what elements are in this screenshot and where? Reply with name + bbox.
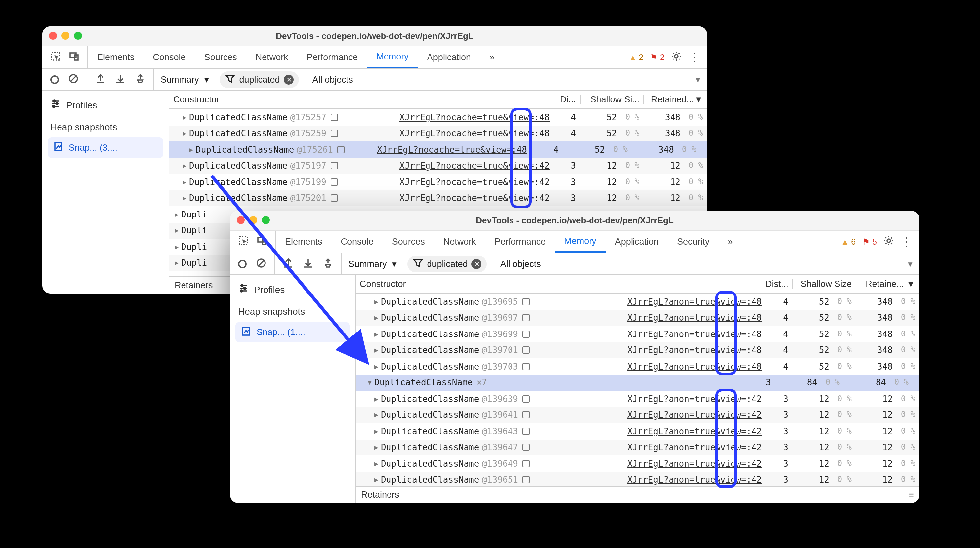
col-constructor[interactable]: Constructor [356,279,762,289]
view-select[interactable]: Summary▾ [154,74,216,84]
device-icon[interactable] [256,235,267,248]
disclosure-triangle[interactable]: ▶ [374,395,381,403]
clear-icon[interactable] [256,257,266,270]
col-shallow[interactable]: Shallow Size [792,279,856,289]
source-link[interactable]: XJrrEgL?anon=true&view=:42 [627,459,762,469]
object-icon[interactable] [330,162,337,170]
source-link[interactable]: XJrrEgL?anon=true&view=:48 [627,362,762,372]
errors-badge[interactable]: ⚑5 [862,237,877,246]
object-icon[interactable] [522,363,529,370]
export-icon[interactable] [95,73,106,86]
source-link[interactable]: XJrrEgL?anon=true&view=:42 [627,410,762,420]
view-select[interactable]: Summary▾ [342,259,403,269]
col-retained[interactable]: Retaine... ▼ [856,279,919,289]
chevron-down-icon[interactable]: ▾ [908,259,919,269]
kebab-icon[interactable]: ⋮ [900,234,913,249]
disclosure-triangle[interactable]: ▶ [374,315,381,322]
tab-performance[interactable]: Performance [298,46,368,68]
settings-icon[interactable] [883,235,894,248]
col-distance[interactable]: Di... [549,95,580,105]
import-icon[interactable] [303,257,313,270]
tab-sources[interactable]: Sources [195,46,246,68]
object-icon[interactable] [522,476,529,484]
zoom-dot[interactable] [262,216,270,224]
grip-icon[interactable]: ≡ [908,490,914,500]
object-icon[interactable] [522,395,529,403]
inspect-icon[interactable] [50,51,61,64]
col-constructor[interactable]: Constructor [169,95,549,105]
source-link[interactable]: XJrrEgL?anon=true&view=:48 [627,297,762,307]
object-icon[interactable] [330,195,337,202]
tab-elements[interactable]: Elements [88,46,144,68]
table-row[interactable]: ▼ DuplicatedClassName×7 3 840 % 840 % [356,375,919,391]
table-row[interactable]: ▶ DuplicatedClassName@139695XJrrEgL?anon… [356,294,919,310]
table-row[interactable]: ▶ DuplicatedClassName@175199XJrrEgL?noca… [169,174,707,190]
disclosure-triangle[interactable]: ▶ [175,211,181,218]
source-link[interactable]: XJrrEgL?anon=true&view=:48 [627,313,762,323]
table-row[interactable]: ▶ DuplicatedClassName@139643XJrrEgL?anon… [356,423,919,439]
snapshot-item[interactable]: Snap... (1.... [235,322,350,342]
tab-elements[interactable]: Elements [276,231,332,253]
disclosure-triangle[interactable]: ▶ [175,243,181,251]
disclosure-triangle[interactable]: ▶ [374,298,381,305]
sidebar-profiles[interactable]: Profiles [230,279,355,299]
source-link[interactable]: XJrrEgL?anon=true&view=:48 [627,345,762,355]
object-icon[interactable] [522,315,529,322]
warnings-badge[interactable]: ▲2 [628,52,643,62]
objects-select[interactable]: All objects [494,259,547,269]
source-link[interactable]: XJrrEgL?nocache=true&view=:48 [399,113,549,122]
source-link[interactable]: XJrrEgL?anon=true&view=:48 [627,329,762,339]
table-row[interactable]: ▶ DuplicatedClassName@175261XJrrEgL?noca… [169,141,707,158]
disclosure-triangle[interactable]: ▶ [175,227,181,234]
tabs-overflow[interactable]: » [480,46,504,68]
disclosure-triangle[interactable]: ▶ [374,428,381,435]
object-icon[interactable] [330,130,337,137]
object-icon[interactable] [522,347,529,354]
disclosure-triangle[interactable]: ▶ [189,146,196,153]
tab-memory[interactable]: Memory [367,46,418,68]
clear-filter-icon[interactable]: ✕ [472,259,482,269]
tab-console[interactable]: Console [144,46,195,68]
table-row[interactable]: ▶ DuplicatedClassName@139697XJrrEgL?anon… [356,310,919,326]
table-row[interactable]: ▶ DuplicatedClassName@175201XJrrEgL?noca… [169,190,707,206]
table-row[interactable]: ▶ DuplicatedClassName@175259XJrrEgL?noca… [169,125,707,141]
source-link[interactable]: XJrrEgL?nocache=true&view=:48 [399,129,549,138]
object-icon[interactable] [522,298,529,305]
retainers-pane[interactable]: Retainers ≡ [356,486,919,503]
object-icon[interactable] [330,114,337,121]
record-icon[interactable] [238,259,247,268]
table-row[interactable]: ▶ DuplicatedClassName@139649XJrrEgL?anon… [356,456,919,472]
table-row[interactable]: ▶ DuplicatedClassName@175257XJrrEgL?noca… [169,109,707,125]
source-link[interactable]: XJrrEgL?nocache=true&view=:42 [399,193,549,203]
disclosure-triangle[interactable]: ▶ [175,259,181,267]
class-filter[interactable]: duplicated ✕ [220,71,299,87]
table-row[interactable]: ▶ DuplicatedClassName@175197XJrrEgL?noca… [169,158,707,174]
tab-performance[interactable]: Performance [485,231,555,253]
disclosure-triangle[interactable]: ▶ [374,460,381,467]
clear-icon[interactable] [68,73,79,86]
source-link[interactable]: XJrrEgL?nocache=true&view=:48 [377,145,527,155]
tab-memory[interactable]: Memory [555,231,606,253]
minimize-dot[interactable] [249,216,257,224]
record-icon[interactable] [50,75,59,84]
settings-icon[interactable] [671,51,682,64]
kebab-icon[interactable]: ⋮ [688,50,700,64]
col-shallow[interactable]: Shallow Si... [580,95,643,105]
tabs-overflow[interactable]: » [719,231,742,253]
tab-sources[interactable]: Sources [383,231,434,253]
col-retained[interactable]: Retained...▼ [643,95,707,105]
class-filter[interactable]: duplicated ✕ [407,256,487,272]
table-row[interactable]: ▶ DuplicatedClassName@139701XJrrEgL?anon… [356,342,919,358]
source-link[interactable]: XJrrEgL?nocache=true&view=:42 [399,161,549,171]
gc-icon[interactable] [135,73,145,86]
source-link[interactable]: XJrrEgL?anon=true&view=:42 [627,426,762,436]
source-link[interactable]: XJrrEgL?anon=true&view=:42 [627,394,762,404]
disclosure-triangle[interactable]: ▶ [183,178,189,186]
table-row[interactable]: ▶ DuplicatedClassName@139641XJrrEgL?anon… [356,407,919,423]
disclosure-triangle[interactable]: ▶ [374,330,381,338]
tab-security[interactable]: Security [668,231,719,253]
object-icon[interactable] [522,428,529,435]
clear-filter-icon[interactable]: ✕ [284,75,294,84]
disclosure-triangle[interactable]: ▶ [374,411,381,419]
device-icon[interactable] [69,51,80,64]
